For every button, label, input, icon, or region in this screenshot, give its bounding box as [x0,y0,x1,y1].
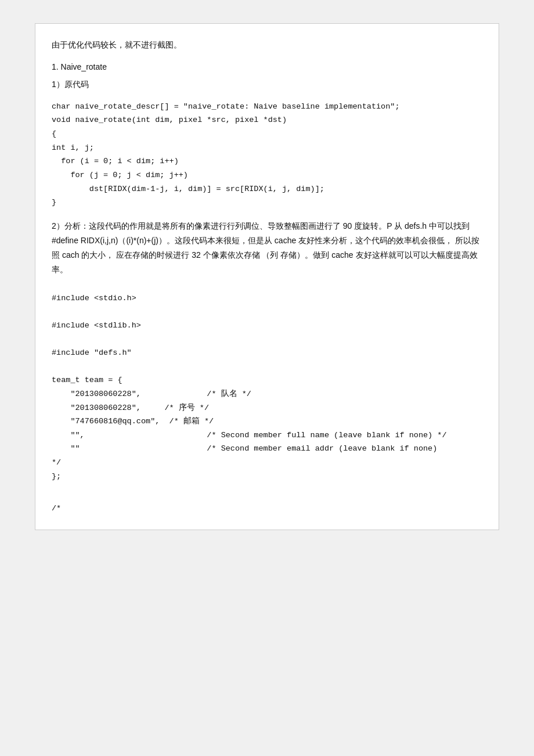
analysis-content: ：这段代码的作用就是将所有的像素进行行列调位、导致整幅图画进行了 90 度旋转。… [52,221,479,275]
subsection2-label: 2）分析 [52,221,81,231]
subsection2-title: 2）分析：这段代码的作用就是将所有的像素进行行列调位、导致整幅图画进行了 90 … [52,219,482,278]
section1-title: 1. Naive_rotate [52,60,482,74]
intro-line: 由于优化代码较长，就不进行截图。 [52,38,482,52]
code-block-3: /* [52,502,482,516]
page-container: 由于优化代码较长，就不进行截图。 1. Naive_rotate 1）原代码 c… [35,23,499,530]
subsection1-title: 1）原代码 [52,78,482,92]
code-block-2: #include <stdio.h> #include <stdlib.h> #… [52,291,482,484]
code-block-1: char naive_rotate_descr[] = "naive_rotat… [52,100,482,210]
